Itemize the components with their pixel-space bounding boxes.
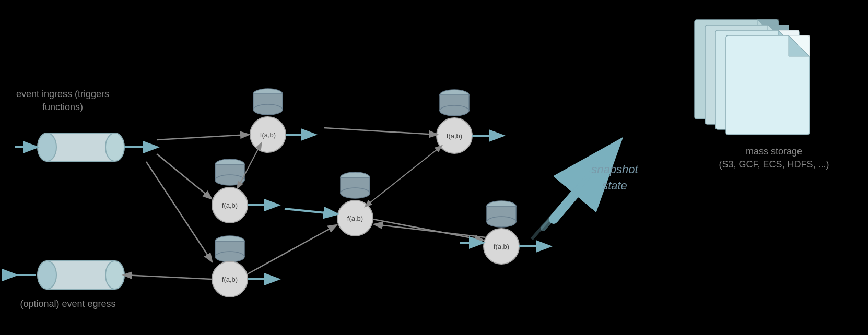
svg-line-41 <box>146 162 212 261</box>
svg-marker-63 <box>768 25 789 46</box>
svg-marker-67 <box>778 30 799 51</box>
svg-rect-5 <box>47 261 115 290</box>
svg-line-55 <box>124 275 212 279</box>
svg-line-40 <box>157 154 211 198</box>
svg-text:f(a,b): f(a,b) <box>222 276 238 283</box>
svg-marker-66 <box>778 30 799 51</box>
svg-line-51 <box>375 224 486 237</box>
svg-text:f(a,b): f(a,b) <box>447 132 462 140</box>
svg-point-2 <box>105 133 124 161</box>
svg-point-12 <box>250 117 286 152</box>
svg-marker-69 <box>789 35 810 56</box>
svg-point-29 <box>440 90 469 100</box>
svg-point-24 <box>341 172 370 183</box>
svg-rect-62 <box>705 25 789 124</box>
svg-point-26 <box>341 188 370 198</box>
svg-point-6 <box>38 261 56 289</box>
svg-point-7 <box>105 261 124 289</box>
diagram: f(a,b) f(a,b) f(a,b) f(a,b) f(a,b) <box>0 0 868 335</box>
svg-line-45 <box>324 128 437 135</box>
snapshot-state-label: snapshotstate <box>565 162 664 194</box>
svg-line-48 <box>373 219 483 240</box>
svg-point-21 <box>215 252 244 262</box>
svg-rect-25 <box>341 177 370 193</box>
svg-point-16 <box>215 175 244 185</box>
svg-text:f(a,b): f(a,b) <box>260 131 276 139</box>
svg-rect-10 <box>253 94 283 110</box>
mass-storage-label: mass storage(S3, GCF, ECS, HDFS, ...) <box>698 145 850 171</box>
svg-rect-0 <box>47 133 115 162</box>
svg-point-37 <box>484 229 519 264</box>
svg-rect-20 <box>215 241 244 257</box>
svg-point-36 <box>487 217 516 227</box>
svg-rect-64 <box>768 25 789 46</box>
svg-point-27 <box>337 200 373 236</box>
diagram-svg: f(a,b) f(a,b) f(a,b) f(a,b) f(a,b) <box>0 0 868 335</box>
svg-point-17 <box>212 187 248 223</box>
svg-rect-68 <box>726 35 810 135</box>
svg-line-47 <box>366 146 441 206</box>
egress-label: (optional) event egress <box>3 297 133 310</box>
svg-text:f(a,b): f(a,b) <box>494 243 509 250</box>
svg-point-32 <box>437 118 472 153</box>
svg-line-49 <box>248 225 336 274</box>
svg-rect-65 <box>715 30 799 129</box>
svg-rect-15 <box>215 164 244 180</box>
svg-line-39 <box>157 135 248 140</box>
svg-line-57 <box>543 159 603 229</box>
ingress-label: event ingress (triggers functions) <box>10 88 115 114</box>
svg-rect-35 <box>487 206 516 222</box>
svg-line-46 <box>285 209 336 214</box>
svg-text:f(a,b): f(a,b) <box>222 201 238 209</box>
svg-rect-30 <box>440 95 469 111</box>
svg-point-14 <box>215 159 244 170</box>
svg-marker-70 <box>789 35 810 56</box>
svg-text:f(a,b): f(a,b) <box>347 214 363 222</box>
svg-point-31 <box>440 105 469 116</box>
svg-line-58 <box>533 166 595 238</box>
svg-line-44 <box>238 143 261 188</box>
svg-line-56 <box>554 151 611 219</box>
svg-point-22 <box>212 261 248 297</box>
svg-marker-60 <box>757 20 778 41</box>
svg-point-34 <box>487 201 516 211</box>
svg-rect-59 <box>695 20 778 119</box>
svg-point-11 <box>253 104 283 115</box>
svg-rect-61 <box>757 20 778 41</box>
svg-point-19 <box>215 236 244 246</box>
svg-point-1 <box>38 133 56 161</box>
svg-point-9 <box>253 89 283 99</box>
